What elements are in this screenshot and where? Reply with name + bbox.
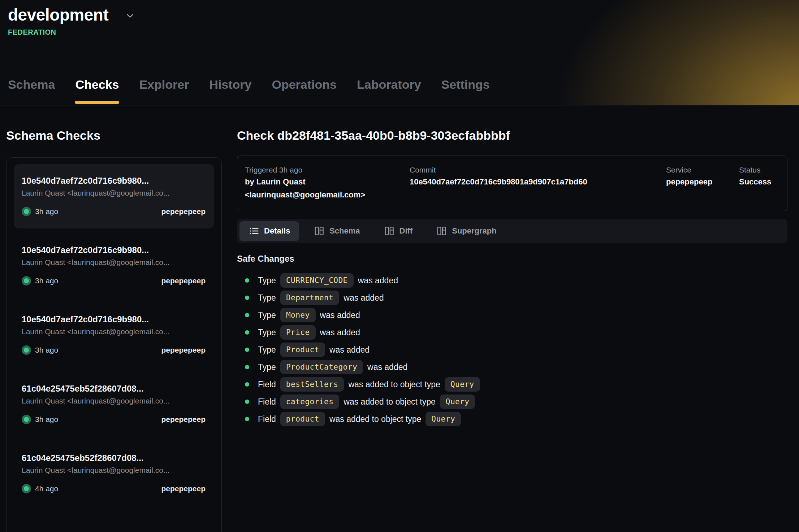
change-row: TypeMoneywas added — [237, 306, 787, 324]
check-list-item[interactable]: 61c04e25475eb52f28607d08...Laurin Quast … — [14, 441, 214, 506]
detail-tab-details[interactable]: Details — [239, 221, 299, 241]
check-author: Laurin Quast <laurinquast@googlemail.co.… — [22, 466, 206, 475]
change-text: Field — [258, 397, 276, 407]
bullet-icon — [245, 330, 249, 335]
meta-service-label: Service — [666, 165, 739, 175]
tab-label: Schema — [8, 78, 55, 91]
meta-service: Service pepepepeep — [666, 165, 739, 201]
change-code-badge: Money — [280, 308, 316, 322]
change-text: Field — [258, 414, 276, 424]
chevron-down-icon — [125, 11, 135, 22]
tab-label: History — [209, 78, 251, 91]
change-text: was added to object type — [329, 414, 421, 424]
meta-status: Status Success — [739, 165, 787, 201]
change-text: Type — [258, 310, 276, 320]
change-text: was added — [329, 345, 370, 355]
change-code-badge: product — [280, 412, 325, 426]
check-author: Laurin Quast <laurinquast@googlemail.co.… — [22, 189, 206, 197]
sidebar-title: Schema Checks — [6, 128, 222, 143]
status-dot-icon — [22, 276, 31, 285]
tab-checks[interactable]: Checks — [75, 77, 119, 105]
detail-tab-supergraph[interactable]: Supergraph — [427, 221, 505, 241]
change-row: Fieldcategorieswas added to object typeQ… — [237, 393, 787, 410]
check-author: Laurin Quast <laurinquast@googlemail.co.… — [22, 327, 206, 336]
meta-commit-label: Commit — [410, 165, 666, 175]
meta-triggered: Triggered 3h ago by Laurin Quast <laurin… — [245, 165, 410, 201]
tab-schema[interactable]: Schema — [8, 77, 55, 105]
change-code-badge: Price — [280, 325, 316, 340]
check-meta-row: 3h agopepepepeep — [22, 345, 206, 355]
detail-tab-schema[interactable]: Schema — [305, 221, 369, 241]
change-text: was added — [320, 310, 360, 320]
tab-explorer[interactable]: Explorer — [139, 77, 189, 105]
detail-tab-label: Details — [264, 226, 290, 236]
change-code-badge: ProductCategory — [280, 360, 363, 374]
check-id: 10e540d7aef72c0d716c9b980... — [22, 245, 206, 255]
check-list-item[interactable]: 61c04e25475eb52f28607d08...Laurin Quast … — [14, 372, 214, 436]
tab-label: Operations — [272, 78, 336, 91]
meta-status-value: Success — [739, 175, 787, 188]
change-row: TypeProductCategorywas added — [237, 358, 787, 376]
project-header: development FEDERATION SchemaChecksExplo… — [0, 0, 799, 105]
columns-icon — [384, 226, 395, 236]
check-meta-row: 4h agopepepepeep — [22, 484, 206, 493]
columns-icon — [314, 226, 325, 236]
bullet-icon — [245, 382, 249, 387]
change-code-badge: categories — [280, 394, 339, 409]
tab-label: Explorer — [139, 78, 189, 91]
change-code-badge: bestSellers — [280, 377, 344, 392]
check-meta-row: 3h agopepepepeep — [22, 415, 206, 424]
check-list-item[interactable]: 10e540d7aef72c0d716c9b980...Laurin Quast… — [14, 164, 214, 228]
change-text: Type — [258, 276, 276, 285]
bullet-icon — [245, 278, 249, 283]
safe-changes-list: TypeCURRENCY_CODEwas addedTypeDepartment… — [237, 272, 787, 428]
check-service: pepepepeep — [161, 415, 206, 424]
meta-triggered-email: <laurinquast@googlemail.com> — [245, 188, 410, 201]
check-id: 61c04e25475eb52f28607d08... — [22, 384, 206, 394]
checks-sidebar: Schema Checks 10e540d7aef72c0d716c9b980.… — [6, 105, 222, 532]
check-time: 4h ago — [35, 484, 58, 493]
check-time: 3h ago — [35, 415, 58, 424]
bullet-icon — [245, 400, 249, 404]
change-code-badge: Query — [445, 377, 480, 392]
change-code-badge: Query — [440, 394, 475, 409]
meta-triggered-by: by Laurin Quast — [245, 175, 410, 188]
change-text: Type — [258, 362, 276, 372]
change-row: FieldbestSellerswas added to object type… — [237, 376, 787, 393]
meta-triggered-label: Triggered 3h ago — [245, 165, 410, 175]
check-author: Laurin Quast <laurinquast@googlemail.co.… — [22, 397, 206, 405]
check-service: pepepepeep — [161, 346, 206, 354]
checks-list: 10e540d7aef72c0d716c9b980...Laurin Quast… — [6, 157, 222, 532]
check-list-item[interactable]: 10e540d7aef72c0d716c9b980...Laurin Quast… — [14, 234, 214, 298]
check-time: 3h ago — [35, 276, 58, 285]
change-code-badge: Query — [426, 412, 461, 426]
status-dot-icon — [22, 415, 31, 424]
change-row: TypeDepartmentwas added — [237, 289, 787, 306]
check-list-item[interactable]: 10e540d7aef72c0d716c9b980...Laurin Quast… — [14, 303, 214, 367]
tab-settings[interactable]: Settings — [441, 77, 490, 105]
meta-service-value: pepepepeep — [666, 175, 739, 188]
detail-tabs: DetailsSchemaDiffSupergraph — [237, 219, 787, 243]
project-selector-button[interactable] — [125, 11, 135, 22]
change-text: Type — [258, 293, 276, 303]
tab-history[interactable]: History — [209, 77, 251, 105]
project-type-badge: FEDERATION — [8, 28, 799, 36]
check-service: pepepepeep — [161, 276, 206, 285]
change-text: was added to object type — [348, 380, 440, 389]
tab-label: Laboratory — [357, 78, 421, 91]
detail-tab-diff[interactable]: Diff — [375, 221, 422, 241]
change-row: TypePricewas added — [237, 324, 787, 341]
change-row: TypeProductwas added — [237, 341, 787, 358]
check-author: Laurin Quast <laurinquast@googlemail.co.… — [22, 258, 206, 267]
tab-label: Checks — [75, 78, 119, 91]
main-content: Schema Checks 10e540d7aef72c0d716c9b980.… — [0, 105, 799, 532]
tab-laboratory[interactable]: Laboratory — [357, 77, 421, 105]
tab-operations[interactable]: Operations — [272, 77, 336, 105]
change-text: was added — [367, 362, 407, 372]
change-row: Fieldproductwas added to object typeQuer… — [237, 410, 787, 428]
check-id: 10e540d7aef72c0d716c9b980... — [22, 314, 206, 324]
change-text: was added — [358, 276, 398, 285]
status-dot-icon — [22, 484, 31, 493]
project-title-row: development — [8, 5, 799, 25]
check-id: 61c04e25475eb52f28607d08... — [22, 453, 206, 463]
